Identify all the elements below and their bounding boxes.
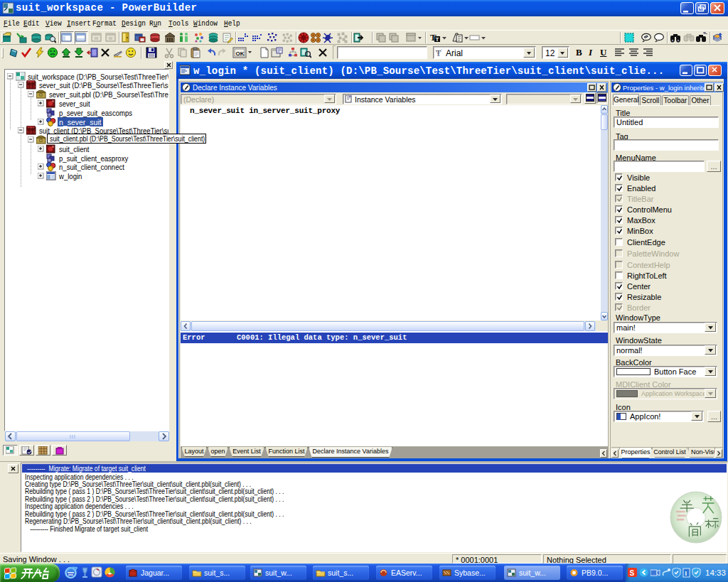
- svg-text:T: T: [436, 48, 441, 58]
- svg-text:S: S: [630, 569, 635, 577]
- svg-text:I: I: [685, 570, 687, 577]
- svg-text:OK: OK: [236, 50, 245, 57]
- svg-text:T: T: [436, 36, 439, 43]
